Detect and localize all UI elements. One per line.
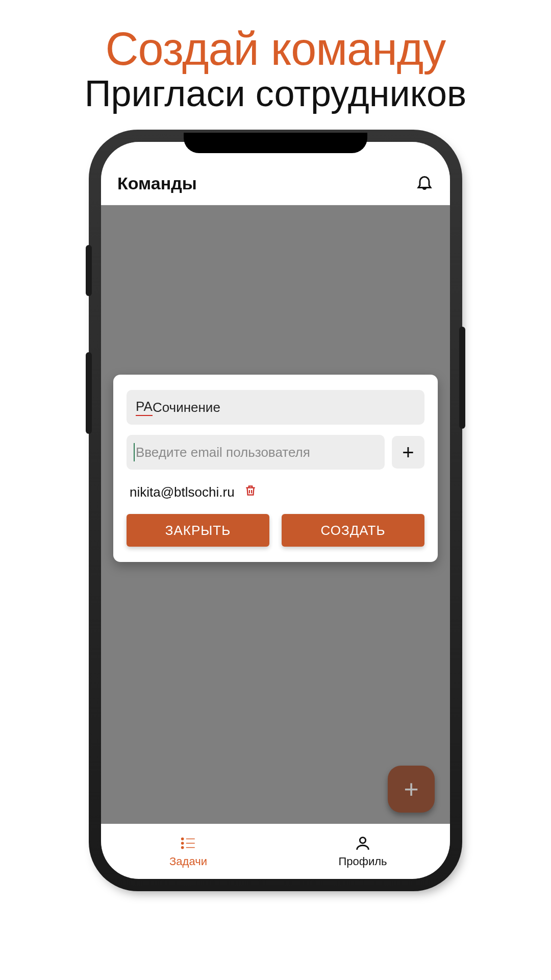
fab-add-team[interactable]: + [388,766,435,813]
team-name-input[interactable]: РА Сочинение [127,390,424,425]
svg-point-6 [360,838,365,843]
phone-notch [184,133,367,153]
phone-frame: Команды РА Сочинение Введите email польз… [92,133,459,888]
trash-icon[interactable] [244,484,257,501]
create-button[interactable]: СОЗДАТЬ [282,514,424,547]
promo-banner: Создай команду Пригласи сотрудников [0,0,551,114]
team-name-text: Сочинение [153,400,220,415]
nav-profile[interactable]: Профиль [276,824,450,879]
email-placeholder: Введите email пользователя [136,445,310,460]
text-cursor [134,443,135,461]
promo-title: Создай команду [0,23,551,76]
bottom-nav: Задачи Профиль [101,824,450,879]
member-email: nikita@btlsochi.ru [130,484,235,500]
svg-point-1 [182,842,184,844]
email-input[interactable]: Введите email пользователя [127,435,385,470]
page-title: Команды [117,174,197,193]
member-row: nikita@btlsochi.ru [127,479,424,514]
svg-point-0 [182,838,184,840]
nav-tasks[interactable]: Задачи [101,824,276,879]
phone-side-button [459,327,465,429]
notifications-icon[interactable] [415,173,434,193]
promo-subtitle: Пригласи сотрудников [0,72,551,114]
app-screen: Команды РА Сочинение Введите email польз… [101,142,450,879]
team-name-spellcheck: РА [136,399,153,416]
nav-label: Профиль [339,855,387,868]
svg-point-2 [182,846,184,848]
plus-icon: + [402,441,414,464]
phone-side-button [86,245,92,296]
nav-label: Задачи [169,855,207,868]
person-icon [354,835,371,854]
list-icon [180,835,197,854]
create-team-modal: РА Сочинение Введите email пользователя … [113,375,438,562]
add-member-button[interactable]: + [392,436,424,469]
plus-icon: + [404,774,418,804]
phone-side-button [86,352,92,434]
close-button[interactable]: ЗАКРЫТЬ [127,514,269,547]
